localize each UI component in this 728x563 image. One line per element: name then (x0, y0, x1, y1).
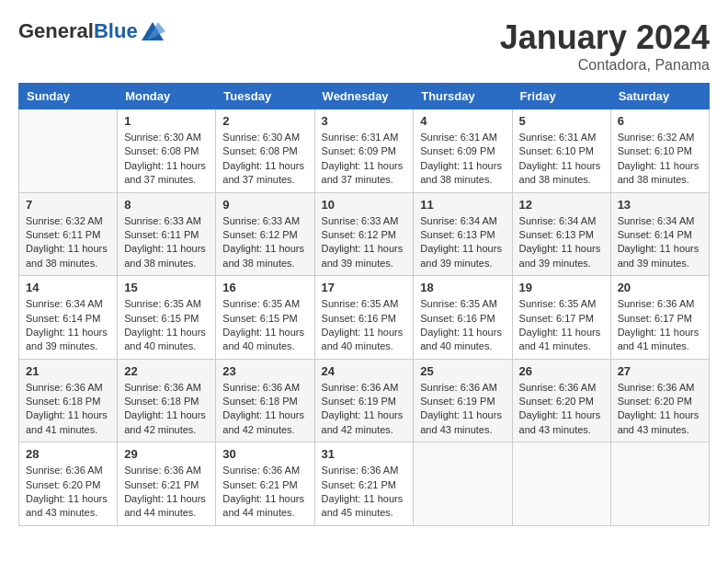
day-number: 15 (124, 281, 209, 294)
cell-content: Sunrise: 6:36 AMSunset: 6:21 PMDaylight:… (222, 464, 307, 521)
calendar-cell: 25Sunrise: 6:36 AMSunset: 6:19 PMDayligh… (414, 359, 512, 442)
cell-content: Sunrise: 6:36 AMSunset: 6:17 PMDaylight:… (618, 297, 702, 354)
day-number: 25 (420, 364, 505, 378)
day-number: 24 (322, 364, 407, 378)
day-number: 9 (222, 198, 307, 212)
calendar-cell (414, 442, 512, 526)
calendar-cell: 20Sunrise: 6:36 AMSunset: 6:17 PMDayligh… (610, 276, 709, 360)
day-number: 2 (222, 114, 307, 128)
cell-content: Sunrise: 6:36 AMSunset: 6:18 PMDaylight:… (124, 381, 209, 438)
day-number: 8 (124, 198, 209, 212)
calendar-cell: 18Sunrise: 6:35 AMSunset: 6:16 PMDayligh… (414, 276, 512, 360)
month-title: January 2024 (500, 18, 710, 57)
day-number: 30 (222, 447, 307, 461)
day-number: 22 (124, 364, 209, 378)
week-row-1: 1Sunrise: 6:30 AMSunset: 6:08 PMDaylight… (19, 109, 710, 193)
week-row-3: 14Sunrise: 6:34 AMSunset: 6:14 PMDayligh… (19, 276, 710, 360)
day-number: 1 (124, 114, 209, 128)
cell-content: Sunrise: 6:34 AMSunset: 6:14 PMDaylight:… (26, 297, 110, 354)
cell-content: Sunrise: 6:36 AMSunset: 6:18 PMDaylight:… (222, 381, 307, 438)
calendar-cell: 4Sunrise: 6:31 AMSunset: 6:09 PMDaylight… (414, 109, 512, 193)
calendar-cell: 5Sunrise: 6:31 AMSunset: 6:10 PMDaylight… (512, 109, 610, 193)
weekday-header-tuesday: Tuesday (216, 84, 314, 109)
calendar-cell: 14Sunrise: 6:34 AMSunset: 6:14 PMDayligh… (19, 276, 118, 360)
cell-content: Sunrise: 6:31 AMSunset: 6:10 PMDaylight:… (519, 131, 604, 188)
cell-content: Sunrise: 6:36 AMSunset: 6:20 PMDaylight:… (26, 464, 110, 521)
calendar-cell: 10Sunrise: 6:33 AMSunset: 6:12 PMDayligh… (314, 192, 414, 276)
day-number: 4 (420, 114, 505, 128)
day-number: 27 (618, 364, 702, 378)
calendar-cell: 7Sunrise: 6:32 AMSunset: 6:11 PMDaylight… (19, 192, 118, 276)
weekday-header-wednesday: Wednesday (314, 84, 414, 109)
calendar-cell: 28Sunrise: 6:36 AMSunset: 6:20 PMDayligh… (19, 442, 118, 526)
day-number: 18 (420, 281, 505, 294)
day-number: 7 (26, 198, 110, 212)
calendar-cell (19, 109, 118, 193)
calendar-cell: 15Sunrise: 6:35 AMSunset: 6:15 PMDayligh… (118, 276, 216, 360)
cell-content: Sunrise: 6:36 AMSunset: 6:21 PMDaylight:… (124, 464, 209, 521)
day-number: 23 (222, 364, 307, 378)
cell-content: Sunrise: 6:36 AMSunset: 6:19 PMDaylight:… (322, 381, 407, 438)
calendar-cell: 2Sunrise: 6:30 AMSunset: 6:08 PMDaylight… (216, 109, 314, 193)
day-number: 20 (618, 281, 702, 294)
day-number: 10 (322, 198, 407, 212)
calendar-cell: 12Sunrise: 6:34 AMSunset: 6:13 PMDayligh… (512, 192, 610, 276)
day-number: 17 (322, 281, 407, 294)
day-number: 3 (322, 114, 407, 128)
logo-blue: Blue (94, 19, 138, 42)
cell-content: Sunrise: 6:36 AMSunset: 6:18 PMDaylight:… (26, 381, 110, 438)
day-number: 16 (222, 281, 307, 294)
calendar-cell: 19Sunrise: 6:35 AMSunset: 6:17 PMDayligh… (512, 276, 610, 360)
day-number: 29 (124, 447, 209, 461)
day-number: 31 (322, 447, 407, 461)
calendar-cell: 22Sunrise: 6:36 AMSunset: 6:18 PMDayligh… (118, 359, 216, 442)
logo-icon (140, 18, 165, 44)
day-number: 5 (519, 114, 604, 128)
weekday-header-saturday: Saturday (610, 84, 709, 109)
calendar-cell: 26Sunrise: 6:36 AMSunset: 6:20 PMDayligh… (512, 359, 610, 442)
calendar-cell: 13Sunrise: 6:34 AMSunset: 6:14 PMDayligh… (610, 192, 709, 276)
calendar-cell: 29Sunrise: 6:36 AMSunset: 6:21 PMDayligh… (118, 442, 216, 526)
day-number: 28 (26, 447, 110, 461)
calendar-cell (512, 442, 610, 526)
location-subtitle: Contadora, Panama (500, 57, 710, 74)
cell-content: Sunrise: 6:30 AMSunset: 6:08 PMDaylight:… (124, 131, 209, 188)
calendar-cell: 1Sunrise: 6:30 AMSunset: 6:08 PMDaylight… (118, 109, 216, 193)
week-row-5: 28Sunrise: 6:36 AMSunset: 6:20 PMDayligh… (19, 442, 710, 526)
calendar-table: SundayMondayTuesdayWednesdayThursdayFrid… (18, 83, 710, 526)
cell-content: Sunrise: 6:34 AMSunset: 6:13 PMDaylight:… (420, 214, 505, 271)
calendar-cell (610, 442, 709, 526)
calendar-cell: 30Sunrise: 6:36 AMSunset: 6:21 PMDayligh… (216, 442, 314, 526)
weekday-header-monday: Monday (118, 84, 216, 109)
cell-content: Sunrise: 6:36 AMSunset: 6:19 PMDaylight:… (420, 381, 505, 438)
day-number: 12 (519, 198, 604, 212)
day-number: 26 (519, 364, 604, 378)
calendar-cell: 16Sunrise: 6:35 AMSunset: 6:15 PMDayligh… (216, 276, 314, 360)
logo: GeneralBlue (18, 18, 165, 44)
weekday-header-sunday: Sunday (19, 84, 118, 109)
title-block: January 2024 Contadora, Panama (500, 18, 710, 74)
calendar-cell: 11Sunrise: 6:34 AMSunset: 6:13 PMDayligh… (414, 192, 512, 276)
day-number: 21 (26, 364, 110, 378)
cell-content: Sunrise: 6:36 AMSunset: 6:21 PMDaylight:… (322, 464, 407, 521)
calendar-cell: 24Sunrise: 6:36 AMSunset: 6:19 PMDayligh… (314, 359, 414, 442)
cell-content: Sunrise: 6:36 AMSunset: 6:20 PMDaylight:… (519, 381, 604, 438)
cell-content: Sunrise: 6:34 AMSunset: 6:13 PMDaylight:… (519, 214, 604, 271)
calendar-cell: 31Sunrise: 6:36 AMSunset: 6:21 PMDayligh… (314, 442, 414, 526)
calendar-cell: 8Sunrise: 6:33 AMSunset: 6:11 PMDaylight… (118, 192, 216, 276)
cell-content: Sunrise: 6:34 AMSunset: 6:14 PMDaylight:… (618, 214, 702, 271)
cell-content: Sunrise: 6:33 AMSunset: 6:11 PMDaylight:… (124, 214, 209, 271)
cell-content: Sunrise: 6:32 AMSunset: 6:10 PMDaylight:… (618, 131, 702, 188)
cell-content: Sunrise: 6:33 AMSunset: 6:12 PMDaylight:… (222, 214, 307, 271)
weekday-header-thursday: Thursday (414, 84, 512, 109)
cell-content: Sunrise: 6:31 AMSunset: 6:09 PMDaylight:… (420, 131, 505, 188)
calendar-cell: 21Sunrise: 6:36 AMSunset: 6:18 PMDayligh… (19, 359, 118, 442)
day-number: 13 (618, 198, 702, 212)
calendar-cell: 3Sunrise: 6:31 AMSunset: 6:09 PMDaylight… (314, 109, 414, 193)
cell-content: Sunrise: 6:35 AMSunset: 6:16 PMDaylight:… (420, 297, 505, 354)
day-number: 6 (618, 114, 702, 128)
calendar-cell: 9Sunrise: 6:33 AMSunset: 6:12 PMDaylight… (216, 192, 314, 276)
calendar-cell: 23Sunrise: 6:36 AMSunset: 6:18 PMDayligh… (216, 359, 314, 442)
week-row-2: 7Sunrise: 6:32 AMSunset: 6:11 PMDaylight… (19, 192, 710, 276)
calendar-cell: 17Sunrise: 6:35 AMSunset: 6:16 PMDayligh… (314, 276, 414, 360)
